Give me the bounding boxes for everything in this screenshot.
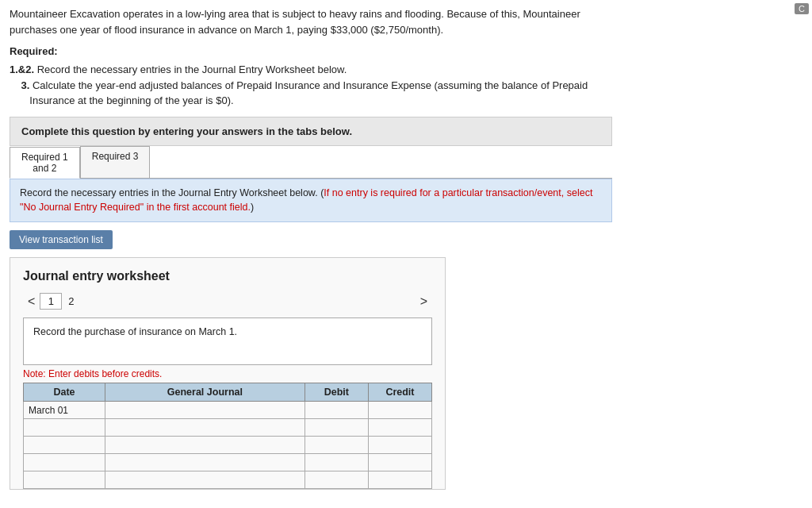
row1-debit[interactable] xyxy=(304,402,368,419)
row1-journal[interactable] xyxy=(105,402,305,419)
row5-credit-input[interactable] xyxy=(372,475,428,486)
row4-credit-input[interactable] xyxy=(372,457,428,468)
prev-page-button[interactable]: < xyxy=(23,294,40,309)
row3-credit[interactable] xyxy=(368,437,431,454)
note-text: Note: Enter debits before credits. xyxy=(23,368,432,379)
row5-debit[interactable] xyxy=(304,471,368,489)
worksheet-container: Journal entry worksheet < 1 2 > Record t… xyxy=(10,257,446,490)
row2-journal[interactable] xyxy=(105,419,305,437)
row2-journal-input[interactable] xyxy=(109,422,301,433)
instructions: 1.&2. Record the necessary entries in th… xyxy=(10,62,802,109)
row3-debit-input[interactable] xyxy=(308,440,365,451)
col-header-date: Date xyxy=(24,383,105,402)
row3-date xyxy=(24,437,105,454)
row5-journal[interactable] xyxy=(105,471,305,489)
journal-table: Date General Journal Debit Credit March … xyxy=(23,383,432,489)
tab-required-3[interactable]: Required 3 xyxy=(80,146,151,178)
row2-credit[interactable] xyxy=(368,419,431,437)
row1-journal-input[interactable] xyxy=(109,405,301,416)
next-page-button[interactable]: > xyxy=(416,294,432,309)
col-header-credit: Credit xyxy=(368,383,431,402)
col-header-general-journal: General Journal xyxy=(105,383,305,402)
row4-journal[interactable] xyxy=(105,454,305,471)
row5-journal-input[interactable] xyxy=(109,475,301,486)
row4-journal-input[interactable] xyxy=(109,457,301,468)
info-box: Record the necessary entries in the Jour… xyxy=(10,179,612,223)
tabs-container: Required 1and 2 Required 3 xyxy=(10,146,612,179)
row5-credit[interactable] xyxy=(368,471,431,489)
description-box: Record the purchase of insurance on Marc… xyxy=(23,318,432,365)
required-label: Required: xyxy=(10,45,802,57)
row3-debit[interactable] xyxy=(304,437,368,454)
row3-credit-input[interactable] xyxy=(372,440,428,451)
page-2-num[interactable]: 2 xyxy=(62,294,80,309)
row4-debit[interactable] xyxy=(304,454,368,471)
col-header-debit: Debit xyxy=(304,383,368,402)
row5-debit-input[interactable] xyxy=(308,475,365,486)
row2-date xyxy=(24,419,105,437)
row1-date: March 01 xyxy=(24,402,105,419)
nav-row: < 1 2 > xyxy=(23,293,432,310)
table-row xyxy=(24,437,432,454)
table-row: March 01 xyxy=(24,402,432,419)
row2-credit-input[interactable] xyxy=(372,422,428,433)
table-row xyxy=(24,471,432,489)
row4-debit-input[interactable] xyxy=(308,457,365,468)
row3-journal-input[interactable] xyxy=(109,440,301,451)
tab-required-1-2[interactable]: Required 1and 2 xyxy=(10,147,80,179)
intro-paragraph: Mountaineer Excavation operates in a low… xyxy=(10,6,802,37)
row2-debit-input[interactable] xyxy=(308,422,365,433)
worksheet-title: Journal entry worksheet xyxy=(23,269,432,283)
row4-credit[interactable] xyxy=(368,454,431,471)
table-row xyxy=(24,454,432,471)
row2-debit[interactable] xyxy=(304,419,368,437)
corner-badge: C xyxy=(795,3,809,14)
row1-credit[interactable] xyxy=(368,402,431,419)
row1-credit-input[interactable] xyxy=(372,405,428,416)
view-transaction-list-button[interactable]: View transaction list xyxy=(10,230,113,249)
current-page-box: 1 xyxy=(40,293,62,310)
row5-date xyxy=(24,471,105,489)
row1-debit-input[interactable] xyxy=(308,405,365,416)
complete-box: Complete this question by entering your … xyxy=(10,117,612,146)
table-row xyxy=(24,419,432,437)
row3-journal[interactable] xyxy=(105,437,305,454)
row4-date xyxy=(24,454,105,471)
